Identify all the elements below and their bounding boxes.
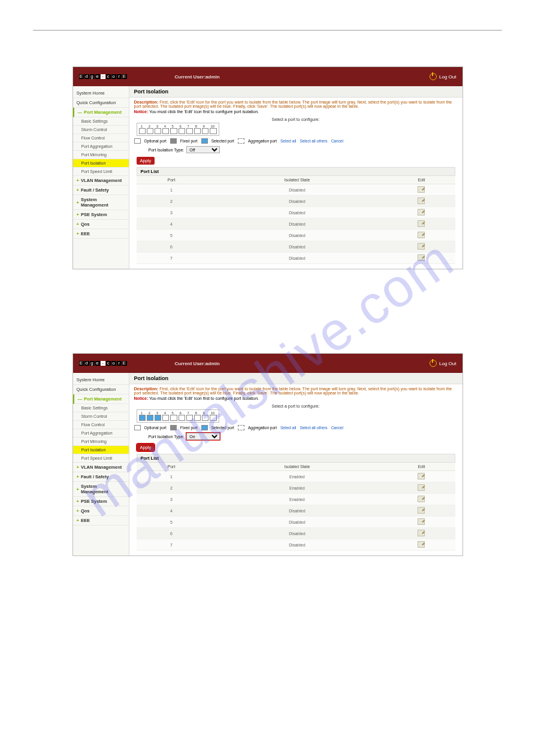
edit-icon[interactable] bbox=[418, 186, 425, 193]
sidebar-item-storm-control[interactable]: Storm Control bbox=[73, 126, 129, 134]
sidebar-item-pse-system[interactable]: +PSE System bbox=[73, 210, 129, 220]
col-port: Port bbox=[137, 463, 207, 471]
port-slot-5[interactable] bbox=[170, 128, 177, 134]
port-slot-2[interactable] bbox=[147, 415, 153, 421]
sidebar-item-port-management[interactable]: —Port Management bbox=[73, 394, 129, 404]
sidebar-item-quick-config[interactable]: Quick Configuration bbox=[73, 98, 129, 108]
port-slot-3[interactable] bbox=[155, 415, 161, 421]
sidebar-item-qos[interactable]: +Qos bbox=[73, 506, 129, 516]
edit-icon[interactable] bbox=[418, 243, 425, 250]
port-slot-4[interactable] bbox=[162, 128, 169, 134]
port-slot-4[interactable] bbox=[162, 415, 169, 421]
sidebar-item-quick-config[interactable]: Quick Configuration bbox=[73, 385, 129, 394]
select-all-link[interactable]: Select all bbox=[280, 426, 296, 430]
port-slot-3[interactable] bbox=[155, 128, 161, 134]
edit-icon[interactable] bbox=[418, 541, 425, 548]
port-slot-1[interactable] bbox=[139, 128, 146, 134]
logout-link[interactable]: Log Out bbox=[430, 360, 456, 367]
minus-icon: — bbox=[78, 396, 83, 402]
sidebar-item-eee[interactable]: +EEE bbox=[73, 516, 129, 526]
sidebar-item-basic-settings[interactable]: Basic Settings bbox=[73, 404, 129, 412]
port-slot-8[interactable] bbox=[194, 415, 201, 421]
sidebar-item-port-aggregation[interactable]: Port Aggregation bbox=[73, 142, 129, 151]
cell-state: Disabled bbox=[206, 241, 388, 253]
edit-icon[interactable] bbox=[418, 484, 425, 491]
port-slot-7[interactable] bbox=[186, 128, 193, 134]
port-slot-5[interactable] bbox=[170, 415, 177, 421]
table-row: 5Disabled bbox=[137, 230, 455, 241]
notice: Notice: You must click the 'Edit' icon f… bbox=[134, 110, 458, 114]
port-slot-9[interactable] bbox=[202, 415, 208, 421]
port-slot-10[interactable] bbox=[210, 415, 216, 421]
port-slot-7[interactable] bbox=[186, 415, 193, 421]
edit-icon[interactable] bbox=[418, 232, 425, 238]
apply-button[interactable]: Apply bbox=[137, 157, 155, 165]
sidebar-item-vlan[interactable]: +VLAN Management bbox=[73, 463, 129, 472]
sidebar-item-system-mgmt[interactable]: +System Management bbox=[73, 482, 129, 497]
edit-icon[interactable] bbox=[418, 198, 425, 204]
cell-state: Disabled bbox=[206, 218, 388, 230]
power-icon bbox=[430, 73, 437, 80]
sidebar-item-port-isolation[interactable]: Port Isolation bbox=[73, 159, 129, 168]
apply-button[interactable]: Apply bbox=[137, 444, 155, 451]
edit-icon[interactable] bbox=[418, 496, 425, 502]
sidebar-item-fault-safety[interactable]: +Fault / Safety bbox=[73, 472, 129, 482]
edit-icon[interactable] bbox=[418, 518, 425, 525]
port-slot-8[interactable] bbox=[194, 128, 201, 134]
edit-icon[interactable] bbox=[418, 473, 425, 479]
sidebar-item-port-management[interactable]: —Port Management bbox=[73, 108, 129, 117]
sidebar-item-basic-settings[interactable]: Basic Settings bbox=[73, 117, 129, 126]
sidebar-item-port-speed-limit[interactable]: Port Speed Limit bbox=[73, 454, 129, 463]
sidebar-item-storm-control[interactable]: Storm Control bbox=[73, 412, 129, 421]
sidebar-item-flow-control[interactable]: Flow Control bbox=[73, 421, 129, 429]
table-row: 7Disabled bbox=[137, 539, 455, 551]
cell-port: 3 bbox=[137, 207, 207, 218]
plus-icon: + bbox=[77, 464, 79, 470]
port-selector: 12345678910 bbox=[137, 409, 219, 423]
select-all-others-link[interactable]: Select all others bbox=[300, 426, 327, 430]
port-slot-2[interactable] bbox=[147, 128, 153, 134]
sidebar-item-system-home[interactable]: System Home bbox=[73, 375, 129, 385]
select-all-others-link[interactable]: Select all others bbox=[300, 139, 327, 143]
cell-state: Disabled bbox=[206, 253, 388, 264]
sidebar-item-port-speed-limit[interactable]: Port Speed Limit bbox=[73, 168, 129, 176]
cancel-link[interactable]: Cancel bbox=[331, 139, 343, 143]
port-list-title: Port List bbox=[137, 454, 455, 463]
table-row: 3Enabled bbox=[137, 494, 455, 505]
screenshot-1: Edge-corE Current User:admin Log Out Sys… bbox=[72, 66, 463, 269]
port-slot-1[interactable] bbox=[139, 415, 146, 421]
fixed-port-icon bbox=[170, 138, 177, 144]
port-slot-10[interactable] bbox=[210, 128, 216, 134]
edit-icon[interactable] bbox=[418, 209, 425, 215]
cell-state: Disabled bbox=[206, 539, 388, 551]
sidebar-item-port-mirroring[interactable]: Port Mirroring bbox=[73, 438, 129, 446]
sidebar-item-port-isolation[interactable]: Port Isolation bbox=[73, 446, 129, 454]
sidebar-item-system-home[interactable]: System Home bbox=[73, 89, 129, 98]
edit-icon[interactable] bbox=[418, 220, 425, 227]
port-list-table: Port Isolated State Edit 1Disabled2Disab… bbox=[137, 176, 455, 264]
edit-icon[interactable] bbox=[418, 254, 425, 261]
sidebar-item-eee[interactable]: +EEE bbox=[73, 229, 129, 239]
notice: Notice: You must click the 'Edit' icon f… bbox=[134, 396, 458, 400]
cell-edit bbox=[388, 471, 455, 482]
port-slot-6[interactable] bbox=[179, 128, 185, 134]
isolation-type-select[interactable]: Off bbox=[186, 146, 220, 153]
cell-edit bbox=[388, 218, 455, 230]
logout-link[interactable]: Log Out bbox=[430, 73, 456, 80]
sidebar-item-port-mirroring[interactable]: Port Mirroring bbox=[73, 151, 129, 159]
edit-icon[interactable] bbox=[418, 530, 425, 536]
port-slot-9[interactable] bbox=[202, 128, 208, 134]
sidebar-item-fault-safety[interactable]: +Fault / Safety bbox=[73, 186, 129, 195]
sidebar-item-flow-control[interactable]: Flow Control bbox=[73, 134, 129, 142]
isolation-type-select[interactable]: On bbox=[186, 433, 220, 440]
sidebar-item-pse-system[interactable]: +PSE System bbox=[73, 497, 129, 506]
sidebar-item-qos[interactable]: +Qos bbox=[73, 220, 129, 229]
sidebar-item-system-mgmt[interactable]: +System Management bbox=[73, 195, 129, 210]
sidebar-item-port-aggregation[interactable]: Port Aggregation bbox=[73, 429, 129, 438]
col-state: Isolated State bbox=[206, 463, 388, 471]
edit-icon[interactable] bbox=[418, 507, 425, 514]
select-all-link[interactable]: Select all bbox=[280, 139, 296, 143]
sidebar-item-vlan[interactable]: +VLAN Management bbox=[73, 176, 129, 186]
cancel-link[interactable]: Cancel bbox=[331, 426, 343, 430]
port-slot-6[interactable] bbox=[179, 415, 185, 421]
